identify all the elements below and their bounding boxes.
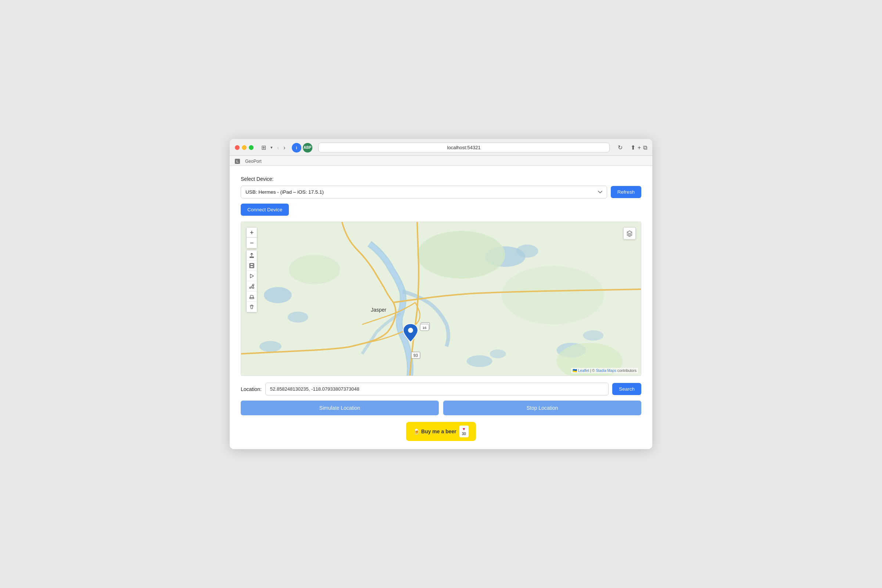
app-content: Select Device: USB: Hermes - (iPad – iOS…: [230, 166, 652, 449]
back-button[interactable]: ‹: [275, 143, 281, 152]
map-tool-controls: [246, 250, 257, 312]
browser-actions: ⬆ + ⧉: [631, 144, 647, 151]
svg-text:Jasper: Jasper: [371, 307, 386, 313]
device-select[interactable]: USB: Hermes - (iPad – iOS: 17.5.1): [241, 186, 607, 198]
trash-tool-button[interactable]: [247, 302, 257, 312]
map-layers-button[interactable]: [623, 227, 636, 240]
browser-extensions: i ABP: [292, 143, 312, 153]
svg-text:16: 16: [423, 326, 427, 330]
svg-point-2: [516, 245, 538, 258]
tab-favicon: L: [235, 159, 240, 164]
route-tool-button[interactable]: [247, 281, 257, 291]
svg-point-3: [264, 287, 292, 303]
tab-bar: L GeoPort: [230, 156, 652, 166]
map-container: 16 16 93 93 16 Jasper: [241, 222, 641, 376]
simulate-location-button[interactable]: Simulate Location: [241, 400, 439, 415]
nav-buttons: ⊞ ▾ ‹ ›: [260, 143, 287, 152]
zoom-in-button[interactable]: +: [247, 228, 257, 238]
bmc-heart: ♥ 30: [459, 426, 469, 437]
traffic-lights: [235, 145, 254, 150]
extension-icon-1[interactable]: i: [292, 143, 302, 153]
action-row: Simulate Location Stop Location: [241, 400, 641, 415]
upload-tool-button[interactable]: [247, 250, 257, 261]
play-tool-button[interactable]: [247, 271, 257, 281]
location-row: Location: Search: [241, 382, 641, 395]
forward-button[interactable]: ›: [282, 143, 287, 152]
buy-me-beer-button[interactable]: 🍺 Buy me a beer ♥ 30: [406, 422, 476, 441]
svg-point-25: [408, 328, 413, 333]
bmc-row: 🍺 Buy me a beer ♥ 30: [241, 422, 641, 441]
sidebar-toggle-button[interactable]: ⊞: [260, 143, 268, 152]
location-input[interactable]: [266, 382, 609, 395]
bmc-label: 🍺 Buy me a beer: [413, 429, 456, 434]
new-tab-button[interactable]: +: [638, 144, 641, 151]
map-zoom-controls: + −: [246, 227, 257, 248]
select-device-label: Select Device:: [241, 176, 641, 182]
svg-point-5: [260, 341, 282, 352]
address-bar[interactable]: localhost:54321: [318, 142, 610, 153]
leaflet-link[interactable]: Leaflet: [578, 369, 589, 373]
share-button[interactable]: ⬆: [631, 144, 635, 151]
stop-location-button[interactable]: Stop Location: [443, 400, 641, 415]
minimize-button[interactable]: [242, 145, 247, 150]
svg-point-13: [289, 255, 340, 285]
svg-point-9: [490, 350, 506, 358]
maximize-button[interactable]: [249, 145, 254, 150]
search-button[interactable]: Search: [612, 383, 641, 395]
extension-icon-2[interactable]: ABP: [303, 143, 312, 153]
save-tool-button[interactable]: [247, 261, 257, 271]
svg-point-8: [467, 356, 492, 367]
svg-rect-28: [250, 266, 253, 267]
svg-point-11: [502, 266, 604, 325]
reload-button[interactable]: ↻: [616, 143, 625, 152]
svg-point-10: [417, 231, 506, 279]
title-bar: ⊞ ▾ ‹ › i ABP localhost:54321 ↻ ⬆ + ⧉: [230, 139, 652, 156]
close-button[interactable]: [235, 145, 240, 150]
map-attribution: 🇺🇦 Leaflet | © Stadia Maps contributors: [571, 368, 638, 374]
svg-rect-27: [250, 264, 253, 266]
svg-text:93: 93: [413, 353, 418, 358]
chevron-down-icon[interactable]: ▾: [268, 143, 274, 152]
hat-tool-button[interactable]: [247, 291, 257, 302]
browser-window: ⊞ ▾ ‹ › i ABP localhost:54321 ↻ ⬆ + ⧉ L …: [230, 139, 652, 449]
stadia-link[interactable]: Stadia Maps: [596, 369, 616, 373]
refresh-button[interactable]: Refresh: [611, 186, 641, 198]
svg-point-4: [288, 312, 308, 322]
tabs-overview-button[interactable]: ⧉: [643, 144, 647, 151]
device-row: USB: Hermes - (iPad – iOS: 17.5.1) Refre…: [241, 186, 641, 198]
svg-point-7: [583, 330, 603, 340]
tab-title: GeoPort: [242, 157, 265, 165]
connect-device-button[interactable]: Connect Device: [241, 204, 289, 216]
zoom-out-button[interactable]: −: [247, 238, 257, 248]
location-label: Location:: [241, 386, 262, 392]
map-svg: 16 16 93 93 16 Jasper: [241, 222, 641, 376]
svg-point-32: [249, 298, 254, 299]
